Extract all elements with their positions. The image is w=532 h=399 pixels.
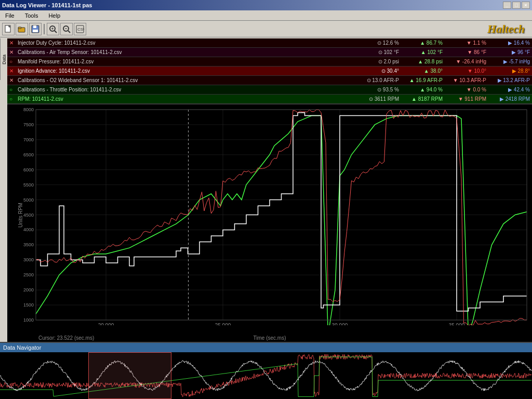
legend-row-1: ✕ Calibrations - Air Temp Sensor: 101411… (7, 48, 532, 57)
legend-icon-1: ✕ (9, 49, 16, 55)
legend-cursor-4: ⊙ 13.0 AFR-P (357, 77, 399, 83)
legend-vals-3: ⊙ 30.4° ▲ 38.0° ▼ 10.0° ▶ 28.8° (357, 68, 530, 74)
nav-canvas (0, 352, 532, 399)
legend-name-4: Calibrations - O2 Wideband Sensor 1: 101… (18, 77, 355, 83)
minimize-button[interactable]: _ (503, 2, 511, 9)
legend: ✕ Injector Duty Cycle: 101411-2.csv ⊙ 12… (7, 38, 532, 104)
zoom-in-button[interactable] (47, 23, 59, 35)
title-bar: Data Log Viewer - 101411-1st pas _ □ × (0, 0, 532, 10)
svg-line-12 (68, 31, 70, 33)
legend-max-4: ▲ 16.9 AFR-P (401, 77, 443, 83)
title-bar-controls: _ □ × (503, 2, 530, 9)
save-button[interactable] (29, 23, 42, 35)
legend-avg-3: ▶ 28.8° (488, 68, 530, 74)
legend-avg-5: ▶ 42.4 % (488, 87, 530, 92)
legend-icon-0: ✕ (9, 40, 16, 46)
legend-max-1: ▲ 102 °F (401, 49, 443, 55)
export-button[interactable]: CSV (74, 23, 86, 35)
legend-name-1: Calibrations - Air Temp Sensor: 101411-2… (18, 49, 355, 55)
legend-cursor-3: ⊙ 30.4° (357, 68, 399, 74)
window-title: Data Log Viewer - 101411-1st pas (2, 2, 92, 8)
legend-min-6: ▼ 911 RPM (445, 96, 486, 102)
legend-row-3: ✕ Ignition Advance: 101411-2.csv ⊙ 30.4°… (7, 66, 532, 76)
legend-max-0: ▲ 86.7 % (401, 40, 443, 46)
legend-min-1: ▼ 86 °F (445, 49, 486, 55)
svg-rect-6 (33, 25, 36, 28)
legend-row-6: ○ RPM: 101411-2.csv ⊙ 3611 RPM ▲ 8187 RP… (7, 95, 532, 104)
menu-tools[interactable]: Tools (22, 12, 42, 19)
legend-name-3: Ignition Advance: 101411-2.csv (18, 68, 355, 74)
legend-vals-2: ⊙ 2.0 psi ▲ 28.8 psi ▼ -26.4 inHg ▶ -5.7… (357, 59, 530, 64)
legend-icon-6: ○ (9, 96, 16, 102)
legend-icon-2: ○ (9, 59, 16, 64)
legend-max-2: ▲ 28.8 psi (401, 59, 443, 64)
legend-cursor-6: ⊙ 3611 RPM (357, 96, 399, 102)
legend-min-2: ▼ -26.4 inHg (445, 59, 486, 64)
svg-rect-3 (18, 27, 21, 29)
legend-vals-0: ⊙ 12.6 % ▲ 86.7 % ▼ 1.1 % ▶ 16.4 % (357, 40, 530, 46)
nav-content[interactable] (0, 352, 532, 399)
svg-text:CSV: CSV (77, 27, 84, 32)
legend-name-2: Manifold Pressure: 101411-2.csv (18, 59, 355, 64)
legend-avg-6: ▶ 2418 RPM (488, 96, 530, 102)
legend-vals-5: ⊙ 93.5 % ▲ 94.0 % ▼ 0.0 % ▶ 42.4 % (357, 87, 530, 92)
legend-vals-4: ⊙ 13.0 AFR-P ▲ 16.9 AFR-P ▼ 10.3 AFR-P ▶… (357, 77, 530, 83)
legend-row-5: ○ Calibrations - Throttle Position: 1014… (7, 85, 532, 95)
legend-min-3: ▼ 10.0° (445, 68, 486, 74)
time-label: Time (sec.ms) (254, 335, 286, 341)
legend-avg-2: ▶ -5.7 inHg (488, 59, 530, 64)
legend-vals-1: ⊙ 102 °F ▲ 102 °F ▼ 86 °F ▶ 96 °F (357, 49, 530, 55)
legend-icon-5: ○ (9, 87, 16, 92)
y-axis-label: Units RPM (18, 203, 23, 228)
nav-header: Data Navigator (0, 343, 532, 352)
legend-min-5: ▼ 0.0 % (445, 87, 486, 92)
legend-icon-3: ✕ (9, 68, 16, 74)
haltech-logo: Haltech (487, 22, 530, 36)
close-button[interactable]: × (522, 2, 530, 9)
chart-canvas (7, 104, 532, 325)
legend-avg-0: ▶ 16.4 % (488, 40, 530, 46)
legend-cursor-0: ⊙ 12.6 % (357, 40, 399, 46)
main-content: ✕ Injector Duty Cycle: 101411-2.csv ⊙ 12… (7, 38, 532, 342)
time-axis: Cursor: 23.522 (sec.ms) Time (sec.ms) (7, 325, 532, 342)
legend-max-6: ▲ 8187 RPM (401, 96, 443, 102)
menu-help[interactable]: Help (45, 12, 63, 19)
cursor-info: Cursor: 23.522 (sec.ms) (38, 335, 94, 341)
legend-cursor-2: ⊙ 2.0 psi (357, 59, 399, 64)
legend-max-3: ▲ 38.0° (401, 68, 443, 74)
menu-file[interactable]: File (2, 12, 18, 19)
legend-min-4: ▼ 10.3 AFR-P (445, 77, 486, 83)
legend-name-6: RPM: 101411-2.csv (18, 96, 355, 102)
zoom-out-button[interactable] (60, 23, 73, 35)
legend-avg-4: ▶ 13.2 AFR-P (488, 77, 530, 83)
legend-row-0: ✕ Injector Duty Cycle: 101411-2.csv ⊙ 12… (7, 38, 532, 48)
legend-row-4: ✕ Calibrations - O2 Wideband Sensor 1: 1… (7, 76, 532, 85)
legend-name-5: Calibrations - Throttle Position: 101411… (18, 87, 355, 92)
left-sidebar: Data (0, 38, 7, 80)
svg-line-8 (55, 31, 57, 33)
legend-max-5: ▲ 94.0 % (401, 87, 443, 92)
legend-cursor-5: ⊙ 93.5 % (357, 87, 399, 92)
new-button[interactable] (2, 23, 15, 35)
legend-name-0: Injector Duty Cycle: 101411-2.csv (18, 40, 355, 46)
maximize-button[interactable]: □ (512, 2, 521, 9)
nav-selection[interactable] (88, 352, 171, 399)
legend-avg-1: ▶ 96 °F (488, 49, 530, 55)
toolbar: CSV Haltech (0, 21, 532, 37)
legend-min-0: ▼ 1.1 % (445, 40, 486, 46)
legend-icon-4: ✕ (9, 77, 16, 83)
data-navigator: Data Navigator (0, 342, 532, 399)
toolbar-sep-1 (44, 24, 45, 34)
svg-rect-5 (33, 30, 38, 32)
legend-vals-6: ⊙ 3611 RPM ▲ 8187 RPM ▼ 911 RPM ▶ 2418 R… (357, 96, 530, 102)
legend-cursor-1: ⊙ 102 °F (357, 49, 399, 55)
menu-bar: File Tools Help (0, 10, 532, 21)
legend-row-2: ○ Manifold Pressure: 101411-2.csv ⊙ 2.0 … (7, 57, 532, 66)
chart-area[interactable]: Units RPM (7, 104, 532, 325)
open-button[interactable] (16, 23, 28, 35)
